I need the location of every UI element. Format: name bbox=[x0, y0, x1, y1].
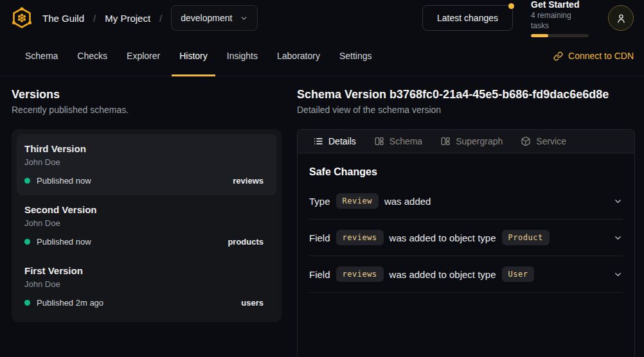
version-title: Second Version bbox=[24, 204, 264, 216]
breadcrumb-separator: / bbox=[159, 13, 162, 24]
version-title: First Version bbox=[24, 265, 264, 277]
get-started-subtitle: 4 remaining tasks bbox=[531, 10, 590, 31]
detail-tabbar: DetailsSchemaSupergraphService bbox=[298, 130, 634, 153]
change-text: Type bbox=[309, 196, 330, 207]
versions-title: Versions bbox=[12, 87, 282, 102]
versions-subtitle: Recently published schemas. bbox=[12, 105, 282, 115]
detail-body: Safe Changes TypeReviewwas addedFieldrev… bbox=[298, 153, 634, 306]
version-list: Third VersionJohn DoePublished nowreview… bbox=[12, 129, 282, 322]
tab-checks[interactable]: Checks bbox=[69, 36, 115, 76]
published-dot-icon bbox=[24, 178, 30, 184]
version-status: Published now bbox=[37, 176, 91, 186]
chevron-down-icon[interactable] bbox=[613, 196, 623, 206]
version-title: Third Version bbox=[24, 143, 264, 155]
change-badge: Product bbox=[502, 230, 550, 245]
version-author: John Doe bbox=[24, 279, 264, 290]
detail-tab-label: Service bbox=[536, 136, 566, 146]
change-row[interactable]: Fieldreviewswas added to object typeProd… bbox=[309, 220, 623, 256]
change-text: was added to object type bbox=[389, 232, 496, 243]
list-icon bbox=[313, 136, 323, 146]
get-started-widget[interactable]: Get Started 4 remaining tasks bbox=[531, 0, 590, 37]
change-badge: User bbox=[502, 266, 535, 282]
version-card[interactable]: Third VersionJohn DoePublished nowreview… bbox=[17, 134, 276, 195]
chevron-down-icon[interactable] bbox=[613, 233, 623, 243]
detail-tab-label: Details bbox=[328, 136, 356, 146]
guild-logo-icon[interactable] bbox=[10, 6, 33, 30]
change-badge: Review bbox=[336, 193, 379, 209]
version-status-row: Published nowproducts bbox=[24, 237, 264, 247]
version-service-name: reviews bbox=[233, 176, 264, 186]
version-status: Published 2m ago bbox=[37, 298, 103, 308]
connect-to-cdn-button[interactable]: Connect to CDN bbox=[553, 36, 634, 76]
chevron-down-icon[interactable] bbox=[613, 270, 623, 279]
published-dot-icon bbox=[24, 300, 30, 306]
version-author: John Doe bbox=[24, 157, 264, 168]
tab-laboratory[interactable]: Laboratory bbox=[269, 36, 328, 76]
version-card[interactable]: First VersionJohn DoePublished 2m agouse… bbox=[17, 256, 276, 317]
safe-changes-title: Safe Changes bbox=[309, 166, 623, 178]
detail-tab-label: Supergraph bbox=[456, 136, 503, 146]
change-badge: reviews bbox=[336, 230, 384, 245]
version-status-row: Published 2m agousers bbox=[24, 298, 264, 308]
breadcrumb-project[interactable]: My Project bbox=[105, 13, 150, 24]
versions-column: Versions Recently published schemas. Thi… bbox=[12, 87, 282, 357]
version-author: John Doe bbox=[24, 218, 264, 229]
cube-icon bbox=[521, 136, 531, 146]
connect-to-cdn-label: Connect to CDN bbox=[568, 51, 634, 61]
version-status: Published now bbox=[37, 237, 91, 247]
version-detail-subtitle: Detailed view of the schema version bbox=[297, 105, 635, 115]
version-service-name: products bbox=[228, 237, 264, 247]
published-dot-icon bbox=[24, 239, 30, 245]
tab-settings[interactable]: Settings bbox=[332, 36, 380, 76]
tab-explorer[interactable]: Explorer bbox=[119, 36, 168, 76]
latest-changes-label: Latest changes bbox=[437, 13, 498, 23]
user-icon bbox=[616, 13, 627, 24]
breadcrumb-org[interactable]: The Guild bbox=[42, 13, 84, 24]
breadcrumb-separator: / bbox=[93, 13, 96, 24]
columns-icon bbox=[374, 136, 384, 146]
chevron-down-icon bbox=[240, 14, 248, 22]
change-text: was added to object type bbox=[389, 269, 496, 280]
change-text: Field bbox=[309, 232, 330, 243]
change-text: Field bbox=[309, 269, 330, 280]
top-bar: The Guild / My Project / development Lat… bbox=[0, 0, 644, 36]
tab-schema[interactable]: Schema bbox=[17, 36, 66, 76]
project-nav: SchemaChecksExplorerHistoryInsightsLabor… bbox=[0, 36, 644, 76]
get-started-title: Get Started bbox=[531, 0, 590, 10]
detail-tab-supergraph[interactable]: Supergraph bbox=[433, 130, 510, 153]
change-text: was added bbox=[384, 196, 431, 207]
change-row[interactable]: TypeReviewwas added bbox=[309, 183, 623, 220]
changes-list: TypeReviewwas addedFieldreviewswas added… bbox=[309, 183, 623, 293]
columns-icon bbox=[440, 136, 451, 146]
latest-changes-button[interactable]: Latest changes bbox=[422, 5, 513, 31]
nav-tabs: SchemaChecksExplorerHistoryInsightsLabor… bbox=[15, 36, 382, 76]
main-content: Versions Recently published schemas. Thi… bbox=[0, 76, 644, 357]
target-selector-value: development bbox=[181, 13, 232, 23]
link-icon bbox=[553, 51, 563, 61]
change-row[interactable]: Fieldreviewswas added to object typeUser bbox=[309, 256, 623, 293]
detail-tab-details[interactable]: Details bbox=[305, 130, 364, 153]
detail-tab-service[interactable]: Service bbox=[513, 130, 574, 153]
version-card[interactable]: Second VersionJohn DoePublished nowprodu… bbox=[17, 195, 276, 256]
version-detail-column: Schema Version b3768fc0-21a4-45e5-b686-f… bbox=[297, 87, 635, 357]
change-badge: reviews bbox=[336, 266, 384, 282]
version-status-row: Published nowreviews bbox=[24, 176, 264, 186]
notification-dot bbox=[508, 3, 514, 9]
version-detail-panel: DetailsSchemaSupergraphService Safe Chan… bbox=[297, 129, 635, 357]
tab-history[interactable]: History bbox=[172, 36, 215, 76]
target-selector[interactable]: development bbox=[171, 5, 258, 31]
user-menu-button[interactable] bbox=[608, 5, 634, 31]
tab-insights[interactable]: Insights bbox=[219, 36, 265, 76]
version-service-name: users bbox=[241, 298, 264, 308]
version-detail-title: Schema Version b3768fc0-21a4-45e5-b686-f… bbox=[297, 87, 635, 102]
detail-tab-schema[interactable]: Schema bbox=[366, 130, 430, 153]
detail-tab-label: Schema bbox=[389, 136, 422, 146]
